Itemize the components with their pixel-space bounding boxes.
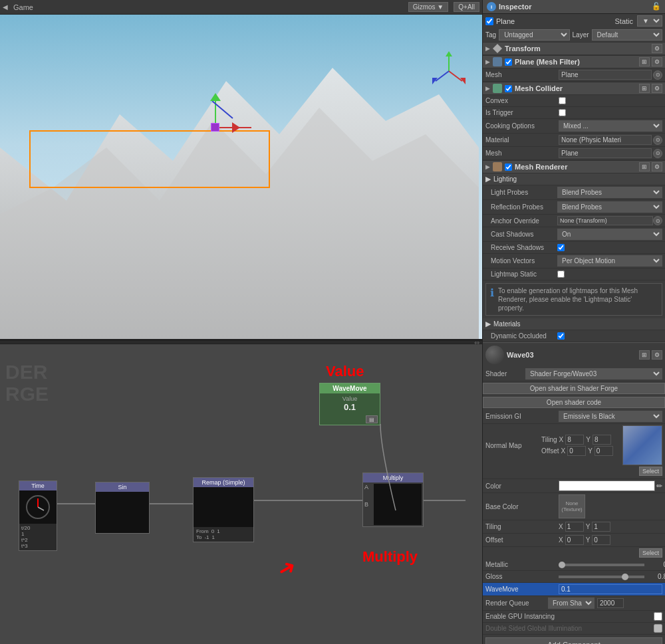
wavemove-value-label: Value: [323, 395, 377, 402]
anchor-override-btn[interactable]: None (Transform): [557, 216, 653, 225]
cooking-options-row: Cooking Options Mixed ...: [483, 119, 665, 134]
add-component-btn[interactable]: Add Component: [485, 637, 662, 644]
receive-shadows-checkbox[interactable]: [557, 244, 565, 251]
tiling-x-input[interactable]: [565, 435, 584, 445]
emission-gi-select[interactable]: Emissive Is Black: [559, 411, 662, 422]
base-offset-row: Offset X Y: [483, 534, 665, 547]
inspector-scroll-area[interactable]: Plane Static ▼ Tag Untagged Layer Defaul…: [483, 14, 665, 644]
base-tiling-y-input[interactable]: [592, 522, 610, 532]
reflection-probes-select[interactable]: Blend Probes: [557, 201, 662, 213]
mesh-filter-mesh-btn[interactable]: Plane: [559, 70, 652, 80]
mesh-collider-settings-btn[interactable]: ⚙: [652, 84, 662, 93]
mesh-renderer-settings-btn[interactable]: ⚙: [652, 162, 662, 171]
wave-ref-btn[interactable]: ⊞: [639, 350, 650, 360]
mesh-filter-section-header[interactable]: ▶ Plane (Mesh Filter) ⊞ ⚙: [483, 55, 665, 68]
convex-label: Convex: [485, 97, 559, 104]
collider-material-row: Material None (Physic Materi ⊙: [483, 134, 665, 147]
motion-vectors-select[interactable]: Per Object Motion: [557, 255, 662, 267]
mesh-collider-section-header[interactable]: ▶ Mesh Collider ⊞ ⚙: [483, 82, 665, 95]
tag-select[interactable]: Untagged: [499, 29, 569, 41]
object-active-checkbox[interactable]: [485, 17, 493, 25]
normal-map-select-btn[interactable]: Select: [639, 467, 662, 476]
mesh-filter-settings-btn[interactable]: ⚙: [652, 57, 662, 66]
render-queue-value-input[interactable]: [597, 598, 624, 608]
remap-labels: From01 To-11: [194, 527, 253, 542]
svg-marker-7: [460, 78, 466, 84]
multiply-ports: A B: [363, 483, 423, 526]
open-shader-forge-btn[interactable]: Open shader in Shader Forge: [483, 383, 665, 394]
base-offset-x-input[interactable]: [565, 535, 584, 545]
convex-checkbox[interactable]: [559, 97, 566, 104]
emission-gi-row: Emission GI Emissive Is Black: [483, 409, 665, 424]
multiply-node[interactable]: Multiply A B: [362, 473, 424, 527]
receive-shadows-row: Receive Shadows: [483, 242, 665, 254]
materials-subsection-header[interactable]: ▶ Materials: [483, 318, 665, 330]
normal-offset-row: Offset X Y: [541, 445, 620, 457]
base-color-none-btn[interactable]: None (Texture): [559, 494, 585, 518]
light-probes-row: Light Probes Blend Probes: [483, 185, 665, 200]
mesh-collider-ref-btn[interactable]: ⊞: [639, 84, 650, 93]
collider-mesh-select-btn[interactable]: ⊙: [653, 149, 662, 158]
color-swatch[interactable]: [559, 481, 655, 491]
normal-select-row: Select: [485, 465, 662, 477]
svg-line-8: [436, 71, 449, 81]
anchor-override-select-btn[interactable]: ⊙: [653, 216, 662, 225]
cooking-options-select[interactable]: Mixed ...: [559, 120, 662, 132]
render-queue-select[interactable]: From Shader: [548, 597, 595, 609]
qtall-button[interactable]: Q+All: [454, 2, 479, 12]
light-probes-select[interactable]: Blend Probes: [557, 187, 662, 198]
nav-gizmo[interactable]: [432, 51, 466, 92]
shader-select[interactable]: Shader Forge/Wave03: [525, 368, 662, 379]
eyedrop-btn[interactable]: ✏: [656, 482, 662, 490]
collider-material-select-btn[interactable]: ⊙: [653, 136, 662, 145]
info-text: To enable generation of lightmaps for th…: [498, 286, 658, 312]
tiling-y-input[interactable]: [593, 435, 611, 445]
cast-shadows-select[interactable]: On: [557, 229, 662, 240]
mesh-filter-ref-btn[interactable]: ⊞: [639, 57, 650, 66]
transform-settings-btn[interactable]: ⚙: [652, 44, 662, 53]
mesh-filter-checkbox[interactable]: [505, 58, 512, 66]
base-offset-y-input[interactable]: [592, 535, 610, 545]
offset-x-input[interactable]: [567, 446, 586, 456]
layer-select[interactable]: Default: [592, 29, 662, 41]
wavemove-node[interactable]: WaveMove Value 0.1 ▤: [319, 383, 380, 425]
game-icon: ◀: [3, 3, 8, 11]
top-bar: ◀ Game Gizmos ▼ Q+All: [0, 0, 482, 15]
base-color-select-btn[interactable]: Select: [639, 548, 662, 558]
normal-map-row: Normal Map Tiling X Y Offset X: [485, 425, 662, 465]
tiling-x-label: X: [559, 436, 564, 443]
mesh-renderer-checkbox[interactable]: [505, 163, 512, 171]
mesh-filter-mesh-select-btn[interactable]: ⊙: [653, 70, 662, 80]
offset-y-input[interactable]: [595, 446, 613, 456]
gloss-label: Gloss: [485, 573, 559, 580]
mesh-renderer-ref-btn[interactable]: ⊞: [639, 162, 650, 171]
lighting-subsection-header[interactable]: ▶ Lighting: [483, 173, 665, 185]
mesh-collider-title: Mesh Collider: [515, 84, 636, 92]
gpu-instancing-row: Enable GPU Instancing: [483, 611, 665, 623]
wave-settings-btn[interactable]: ⚙: [652, 350, 662, 360]
time-node[interactable]: Time t/201t*2t*3: [19, 481, 57, 551]
sin-node[interactable]: Sin: [95, 482, 150, 534]
dynamic-occluded-checkbox[interactable]: [557, 332, 565, 340]
wavemove-ctrl-btn[interactable]: ▤: [366, 415, 378, 423]
mesh-collider-checkbox[interactable]: [505, 85, 512, 92]
is-trigger-label: Is Trigger: [485, 109, 559, 116]
static-dropdown[interactable]: ▼: [637, 15, 662, 27]
layer-label: Layer: [573, 31, 589, 39]
gizmos-button[interactable]: Gizmos ▼: [408, 2, 449, 12]
base-tiling-x-input[interactable]: [565, 522, 584, 532]
collider-mesh-btn[interactable]: Plane: [559, 148, 652, 158]
collider-material-btn[interactable]: None (Physic Materi: [559, 135, 652, 145]
mesh-renderer-section-header[interactable]: ▶ Mesh Renderer ⊞ ⚙: [483, 160, 665, 173]
remap-node[interactable]: Remap (Simple) From01 To-11: [193, 477, 254, 542]
gpu-instancing-checkbox[interactable]: [654, 612, 662, 621]
lock-icon[interactable]: 🔓: [652, 2, 661, 11]
lightmap-static-checkbox[interactable]: [557, 270, 565, 278]
metallic-slider[interactable]: [559, 564, 644, 566]
transform-section-header[interactable]: ▶ Transform ⚙: [483, 42, 665, 55]
double-sided-checkbox[interactable]: [654, 624, 662, 633]
wavemove-value-input[interactable]: [559, 584, 662, 594]
gloss-slider[interactable]: [559, 576, 644, 578]
is-trigger-checkbox[interactable]: [559, 109, 566, 116]
open-shader-code-btn[interactable]: Open shader code: [483, 397, 665, 408]
